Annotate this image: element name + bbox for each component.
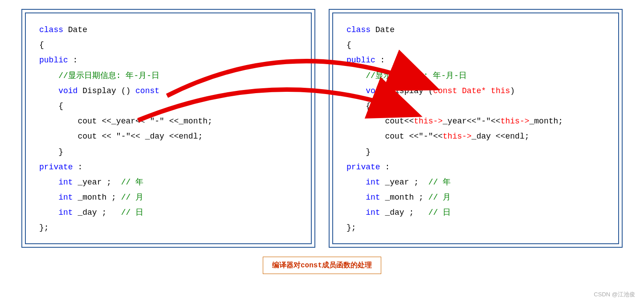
cout-l2a: cout <<"-"<< bbox=[346, 132, 443, 141]
kw-int: int bbox=[58, 178, 73, 187]
caption-wrapper: 编译器对const成员函数的处理 bbox=[9, 248, 635, 274]
kw-class: class bbox=[346, 25, 371, 34]
comment-year: // 年 bbox=[428, 178, 451, 187]
fn-display: Display () bbox=[77, 86, 135, 95]
var-month: _month ; bbox=[73, 193, 121, 202]
kw-void: void bbox=[58, 86, 77, 95]
brace-open-inner: { bbox=[346, 102, 371, 111]
kw-public: public bbox=[346, 56, 375, 65]
const-this-param: const Date* this bbox=[433, 86, 510, 95]
indent bbox=[39, 208, 58, 217]
indent bbox=[346, 71, 366, 80]
comment-display: 显示日期信息: 年-月-日 bbox=[375, 71, 467, 80]
comment-year: // 年 bbox=[121, 178, 143, 187]
colon2: : bbox=[380, 163, 390, 172]
kw-int: int bbox=[58, 208, 73, 217]
indent bbox=[346, 178, 366, 187]
cout-line1: cout <<_year<< "-" <<_month; bbox=[39, 117, 212, 126]
left-code-box: class Date { public : //显示日期信息: 年-月-日 vo… bbox=[25, 12, 312, 244]
fn-display: Display ( bbox=[385, 86, 433, 95]
brace-open-inner: { bbox=[39, 102, 63, 111]
kw-int: int bbox=[366, 208, 380, 217]
kw-const: const bbox=[135, 86, 159, 95]
indent bbox=[39, 178, 58, 187]
kw-int: int bbox=[366, 193, 380, 202]
kw-private: private bbox=[39, 163, 73, 172]
colon: : bbox=[375, 56, 385, 65]
cout-l1c: _month; bbox=[529, 117, 563, 126]
right-code-box: class Date { public : //显示日期信息: 年-月-日 vo… bbox=[332, 12, 619, 244]
comment-slash: // bbox=[366, 71, 375, 80]
kw-int: int bbox=[366, 178, 380, 187]
colon: : bbox=[68, 56, 78, 65]
comment-month: // 月 bbox=[121, 193, 143, 202]
brace-open: { bbox=[39, 41, 44, 49]
caption-box: 编译器对const成员函数的处理 bbox=[263, 257, 381, 274]
brace-open: { bbox=[346, 41, 351, 49]
this-ptr2: this-> bbox=[501, 117, 530, 126]
cout-line2: cout << "-"<< _day <<endl; bbox=[39, 132, 203, 141]
comment-day: // 日 bbox=[428, 208, 451, 217]
class-name: Date bbox=[371, 25, 395, 34]
var-month: _month ; bbox=[380, 193, 428, 202]
this-ptr1: this-> bbox=[414, 117, 443, 126]
brace-close-inner: } bbox=[346, 147, 371, 156]
indent bbox=[39, 86, 58, 95]
brace-close-inner: } bbox=[39, 147, 63, 156]
kw-void: void bbox=[366, 86, 385, 95]
left-code-box-outer: class Date { public : //显示日期信息: 年-月-日 vo… bbox=[21, 9, 315, 248]
cout-l2b: _day <<endl; bbox=[472, 132, 530, 141]
right-code-box-outer: class Date { public : //显示日期信息: 年-月-日 vo… bbox=[329, 9, 623, 248]
var-year: _year ; bbox=[380, 178, 428, 187]
var-year: _year ; bbox=[73, 178, 121, 187]
indent bbox=[346, 193, 366, 202]
cout-l1a: cout<< bbox=[346, 117, 414, 126]
indent bbox=[39, 193, 58, 202]
class-name: Date bbox=[63, 25, 87, 34]
brace-close: }; bbox=[39, 223, 49, 232]
comment-month: // 月 bbox=[428, 193, 451, 202]
comment-day: // 日 bbox=[121, 208, 143, 217]
diagram-container: class Date { public : //显示日期信息: 年-月-日 vo… bbox=[9, 9, 635, 248]
brace-close: }; bbox=[346, 223, 356, 232]
this-ptr3: this-> bbox=[443, 132, 472, 141]
colon2: : bbox=[73, 163, 83, 172]
kw-class: class bbox=[39, 25, 63, 34]
kw-public: public bbox=[39, 56, 68, 65]
watermark: CSDN @江池俊 bbox=[594, 291, 635, 299]
kw-private: private bbox=[346, 163, 380, 172]
var-day: _day ; bbox=[380, 208, 428, 217]
kw-int: int bbox=[58, 193, 73, 202]
indent bbox=[346, 208, 366, 217]
var-day: _day ; bbox=[73, 208, 121, 217]
cout-l1b: _year<<"-"<< bbox=[443, 117, 501, 126]
indent bbox=[346, 86, 366, 95]
paren-close: ) bbox=[510, 86, 515, 95]
comment-display: //显示日期信息: 年-月-日 bbox=[39, 71, 159, 80]
